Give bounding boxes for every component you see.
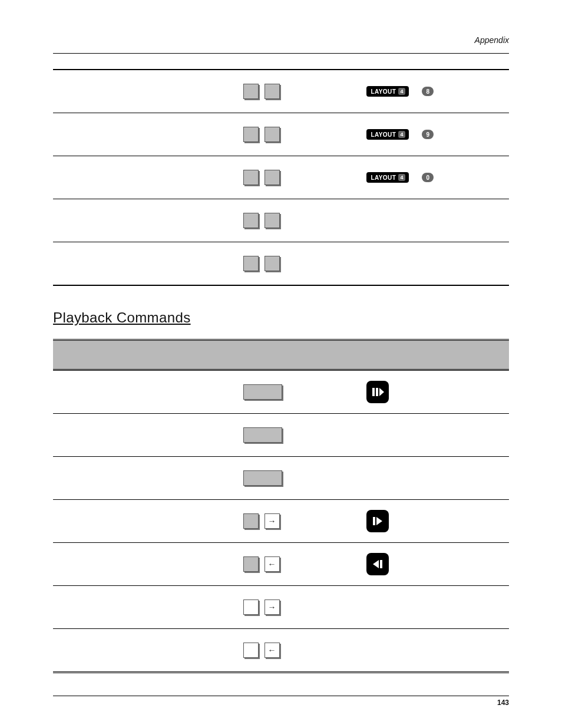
keycap-icon [243,170,259,185]
svg-rect-1 [376,388,378,396]
remote-number-badge-icon: 8 [422,87,434,96]
keyboard-shortcut-cell: ← [236,543,359,586]
command-name-cell [53,156,236,199]
remote-key-combo: LAYOUT48 [359,86,508,97]
remote-shortcut-cell [359,543,509,586]
command-name-cell [53,629,236,673]
command-name-cell [53,242,236,286]
keycap-icon [265,213,280,228]
table-row [53,199,509,242]
remote-shortcut-cell [359,629,509,673]
svg-marker-5 [373,560,379,568]
svg-rect-3 [373,517,375,525]
keycap-icon [243,643,259,658]
layout-badge-icon: LAYOUT4 [366,86,409,97]
keycap-icon [243,84,259,99]
table-row: ← [53,543,509,586]
remote-shortcut-cell: LAYOUT48 [359,70,509,113]
keyboard-shortcut-cell: → [236,586,359,629]
table-row [53,414,509,457]
keycap-icon [243,256,259,271]
layout-badge-number: 4 [398,131,405,138]
table-header-cell [359,340,509,370]
table-row [53,370,509,414]
keyboard-shortcut-cell [236,113,359,156]
remote-shortcut-cell [359,586,509,629]
key-combo: → [236,599,358,615]
header-rule [53,53,509,54]
step-forward-icon [366,510,389,532]
key-combo [236,384,358,400]
key-combo: ← [236,643,358,658]
key-combo [236,427,358,443]
keycap-icon: ← [265,556,280,572]
table-header-row [53,340,509,370]
command-name-cell [53,199,236,242]
key-combo [236,213,358,228]
remote-shortcut-cell [359,500,509,543]
layout-badge-label: LAYOUT [371,131,396,138]
keycap-icon [243,599,259,615]
layout-badge-label: LAYOUT [371,174,396,181]
remote-shortcut-cell: LAYOUT49 [359,113,509,156]
layout-badge-number: 4 [398,174,405,181]
key-combo [236,256,358,271]
command-name-cell [53,414,236,457]
keycap-icon [243,513,259,529]
keyboard-shortcut-cell [236,457,359,500]
svg-rect-0 [372,388,375,396]
remote-key-combo: LAYOUT40 [359,172,508,183]
page-number: 143 [53,696,509,707]
remote-shortcut-cell [359,457,509,500]
keycap-icon: ← [265,643,280,658]
remote-shortcut-cell [359,199,509,242]
remote-number-badge-icon: 0 [422,173,434,182]
command-name-cell [53,370,236,414]
keyboard-shortcut-cell [236,414,359,457]
play-pause-icon [366,381,389,403]
key-combo: → [236,513,358,529]
keycap-wide-icon [243,384,282,400]
keycap-icon [265,127,280,142]
keycap-wide-icon [243,427,282,443]
layout-badge-label: LAYOUT [371,88,396,95]
key-combo [236,127,358,142]
key-combo [236,170,358,185]
remote-shortcut-cell [359,370,509,414]
remote-number-badge-icon: 9 [422,130,434,139]
key-combo [236,84,358,99]
remote-shortcut-cell [359,414,509,457]
table-header-cell [236,340,359,370]
table-row: ← [53,629,509,673]
command-name-cell [53,500,236,543]
table-row: LAYOUT49 [53,113,509,156]
table-row: → [53,500,509,543]
keyboard-shortcut-cell [236,242,359,286]
keycap-icon: → [265,599,280,615]
layout-commands-table: LAYOUT48LAYOUT49LAYOUT40 [53,69,509,286]
document-page: Appendix LAYOUT48LAYOUT49LAYOUT40 Playba… [0,0,562,728]
table-header-cell [53,340,236,370]
svg-marker-2 [379,388,384,396]
keyboard-shortcut-cell [236,199,359,242]
page-footer: 143 [53,696,509,707]
key-combo: ← [236,556,358,572]
key-combo [236,470,358,486]
keycap-wide-icon [243,470,282,486]
keycap-icon [243,556,259,572]
remote-key-combo: LAYOUT49 [359,129,508,140]
running-header: Appendix [53,35,509,47]
remote-shortcut-cell: LAYOUT40 [359,156,509,199]
keycap-icon [265,256,280,271]
table-row [53,242,509,286]
keycap-icon [243,213,259,228]
table-row: LAYOUT40 [53,156,509,199]
table-row [53,457,509,500]
playback-commands-table: →←→← [53,339,509,673]
table-row: → [53,586,509,629]
svg-rect-6 [380,560,382,568]
keycap-icon: → [265,513,280,529]
keyboard-shortcut-cell: ← [236,629,359,673]
command-name-cell [53,586,236,629]
table-row: LAYOUT48 [53,70,509,113]
